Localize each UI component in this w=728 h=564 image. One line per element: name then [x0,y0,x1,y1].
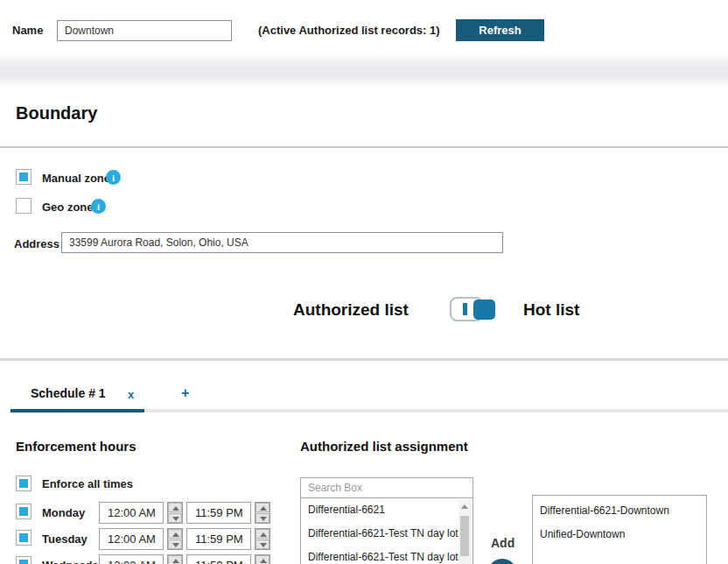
spinner-up-button[interactable] [168,529,182,539]
list-mode-toggle[interactable] [450,296,495,322]
hot-list-toggle-label: Hot list [523,300,579,320]
assigned-lists-box: Differential-6621-DowntownUnified-Downto… [532,495,707,564]
arrow-up-icon [260,559,267,563]
day-checkbox[interactable] [16,530,32,546]
checkbox-checked-fill [19,560,28,564]
scrollbar[interactable] [458,500,471,564]
day-enforcement-row: Monday [0,502,298,524]
boundary-title: Boundary [16,103,97,123]
enforce-all-times-checkbox[interactable] [16,476,32,491]
arrow-up-icon [461,504,468,509]
name-label: Name [12,24,43,37]
checkbox-checked-fill [19,533,28,542]
enforce-all-times-label: Enforce all times [42,477,133,490]
end-time-spinner [255,554,270,564]
list-item[interactable]: Differential-6621-Downtown [533,499,706,523]
end-time-input[interactable] [186,528,251,550]
refresh-button[interactable]: Refresh [456,19,544,41]
checkbox-checked-fill [19,479,28,488]
end-time-spinner [255,528,270,550]
arrow-up-icon [172,559,179,563]
authorized-list-toggle-label: Authorized list [293,300,409,320]
available-lists-box: Differential-6621Differential-6621-Test … [300,477,473,564]
add-button[interactable] [487,559,517,564]
start-time-input[interactable] [99,554,164,564]
spinner-down-button[interactable] [256,539,270,549]
toggle-thumb[interactable] [473,300,495,320]
manual-zone-checkbox[interactable] [16,169,32,185]
enforcement-hours-title: Enforcement hours [16,439,136,454]
assigned-list: Differential-6621-DowntownUnified-Downto… [533,496,706,546]
manual-zone-label: Manual zone [42,172,110,185]
day-checkbox[interactable] [16,504,32,519]
list-item[interactable]: Unified-Downtown [533,523,706,546]
day-checkbox[interactable] [16,556,32,564]
address-input[interactable] [61,232,503,253]
arrow-up-icon [172,532,179,537]
toggle-on-bar-icon [463,303,467,315]
checkbox-checked-fill [19,173,28,181]
name-input[interactable] [57,20,232,41]
tab-close-button[interactable]: x [128,388,134,401]
geo-zone-checkbox[interactable] [16,198,32,214]
start-time-spinner [167,554,183,564]
day-enforcement-row: Tuesday [0,528,298,550]
address-label: Address [14,237,60,250]
scroll-up-button[interactable] [458,500,471,513]
spinner-up-button[interactable] [256,529,270,539]
arrow-up-icon [260,532,267,537]
start-time-spinner [167,528,183,550]
list-item[interactable]: Differential-6621-Test TN day lot 2 [301,546,472,564]
arrow-up-icon [172,506,179,511]
day-enforcement-row: Wednesday [0,554,298,564]
arrow-down-icon [260,517,267,521]
list-item[interactable]: Differential-6621-Test TN day lot 1 [301,522,472,546]
divider [0,358,728,361]
add-label: Add [491,536,514,550]
geo-zone-info-icon[interactable]: i [91,199,106,214]
tab-strip-baseline [144,409,728,412]
assignment-title: Authorized list assignment [300,439,468,454]
arrow-down-icon [260,543,267,547]
tab-schedule-1[interactable]: Schedule # 1 [31,386,106,400]
day-label: Wednesday [42,554,105,564]
start-time-input[interactable] [99,528,164,550]
spinner-down-button[interactable] [256,513,270,523]
geo-zone-label: Geo zone [42,201,94,214]
active-tab-underline [10,409,144,412]
manual-zone-info-icon[interactable]: i [106,170,121,185]
start-time-input[interactable] [99,502,164,524]
divider [0,146,728,148]
end-time-input[interactable] [186,554,251,564]
day-label: Monday [42,502,85,524]
spinner-up-button[interactable] [168,555,182,564]
end-time-spinner [255,502,270,524]
day-label: Tuesday [42,528,88,550]
arrow-down-icon [172,517,179,521]
spinner-up-button[interactable] [256,555,270,564]
spinner-up-button[interactable] [256,503,270,512]
spinner-down-button[interactable] [168,539,182,549]
section-separator-band [0,54,728,88]
spinner-down-button[interactable] [168,513,182,523]
arrow-up-icon [260,506,267,511]
scrollbar-thumb[interactable] [460,516,469,556]
end-time-input[interactable] [186,502,251,524]
arrow-down-icon [172,543,179,547]
start-time-spinner [167,502,183,524]
spinner-up-button[interactable] [168,503,182,512]
list-item[interactable]: Differential-6621 [301,498,472,522]
tab-new-button[interactable]: + [181,385,189,401]
available-list: Differential-6621Differential-6621-Test … [301,498,472,564]
checkbox-checked-fill [19,507,28,516]
search-input[interactable] [301,478,472,498]
active-records-count: (Active Authorized list records: 1) [258,24,440,37]
